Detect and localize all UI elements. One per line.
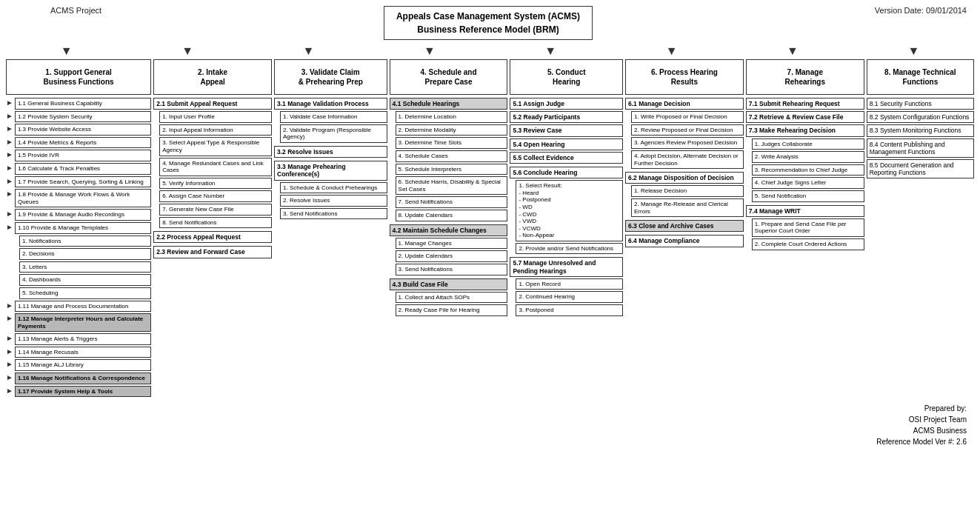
col7-header: 7. ManageRehearings [746, 59, 864, 95]
column-3: 3. Validate Claim& Prehearing Prep 3.1 M… [274, 59, 387, 221]
item-box: 3.1 Manage Validation Process [274, 98, 387, 110]
column-7: 7. ManageRehearings 7.1 Submit Rehearing… [746, 59, 864, 252]
sub-item: 6. Assign Case Number [159, 190, 272, 202]
item-box: 5.7 Manage Unresolved and Pending Hearin… [510, 257, 623, 276]
header-center: Appeals Case Management System (ACMS) Bu… [384, 6, 593, 40]
sub-item: 3. Select Appeal Type & Responsible Agen… [159, 137, 272, 156]
arrow-icon: ► [6, 360, 13, 368]
arrow-col7: ▼ [787, 44, 799, 58]
item-box: 6.1 Manage Decision [625, 98, 744, 110]
list-item: ► 1.3 Provide Website Access [6, 124, 151, 136]
item-box: 7.3 Make Rehearing Decision [746, 124, 864, 136]
item-box: 1.7 Provide Search, Querying, Sorting & … [15, 176, 151, 188]
sub-item: 7. Generate New Case File [159, 204, 272, 216]
sub-item: 1. Collect and Attach SOPs [396, 292, 508, 304]
sub-item: 2. Write Analysis [752, 151, 864, 163]
sub-item: 2. Manage Re-Release and Clerical Errors [631, 198, 744, 217]
list-item: ► 1.15 Manage ALJ Library [6, 359, 151, 371]
arrow-icon: ► [6, 177, 13, 185]
item-box: 8.4 Content Publishing and Management Fu… [867, 138, 974, 158]
arrow-icon: ► [6, 347, 13, 355]
arrow-icon: ► [6, 223, 13, 231]
sub-item: 3. Send Notifications [396, 264, 508, 275]
footer-line3: ACMS Business [913, 427, 967, 435]
list-item: ► 1.2 Provide System Security [6, 111, 151, 123]
arrow-icon: ► [6, 334, 13, 342]
sub-item: 1. Validate Case Information [280, 111, 387, 123]
footer-line4: Reference Model Ver #: 2.6 [876, 438, 967, 446]
sub-item: 5. Verify Information [159, 178, 272, 190]
list-item: ► 1.11 Manage and Process Documentation [6, 301, 151, 313]
main-columns: 1. Support GeneralBusiness Functions ► 1… [6, 59, 974, 398]
sub-item: 2. Determine Modality [396, 124, 508, 136]
arrow-icon: ► [6, 314, 13, 322]
list-item: ► 1.13 Manage Alerts & Triggers [6, 333, 151, 345]
col6-header: 6. Process HearingResults [625, 59, 744, 95]
arrow-icon: ► [6, 150, 13, 158]
sub-item: 2. Continued Hearing [516, 291, 623, 303]
item-box: 8.3 System Monitoring Functions [867, 124, 974, 136]
col1-header: 1. Support GeneralBusiness Functions [6, 59, 151, 95]
item-box: 8.5 Document Generation and Reporting Fu… [867, 159, 974, 178]
sub-item: 7. Send Notifications [396, 196, 508, 208]
sub-item: 1. Schedule & Conduct Prehearings [280, 182, 387, 194]
list-item: ► 1.10 Provide & Manage Templates [6, 222, 151, 234]
sub-items-group: 1. Notifications 2. Decisions 3. Letters… [19, 236, 151, 299]
footer-text: Prepared by: OSI Project Team ACMS Busin… [876, 403, 967, 447]
list-item: ► 1.8 Provide & Manage Work Flows & Work… [6, 189, 151, 207]
sub-item: 1. Notifications [19, 236, 151, 247]
header: ACMS Project Appeals Case Management Sys… [6, 6, 974, 40]
item-box: 1.9 Provide & Manage Audio Recordings [15, 209, 151, 221]
sub-item: 8. Send Notifications [159, 217, 272, 229]
sub-item: 1. Manage Changes [396, 238, 508, 250]
item-box-dark: 1.12 Manage Interpreter Hours and Calcul… [15, 313, 151, 332]
list-item: ► 1.1 General Business Capability [6, 98, 151, 110]
column-6: 6. Process HearingResults 6.1 Manage Dec… [625, 59, 744, 249]
col8-header: 8. Manage TechnicalFunctions [867, 59, 974, 95]
arrow-col1: ▼ [61, 44, 73, 58]
list-item: ► 1.5 Provide IVR [6, 150, 151, 161]
sub-item: 2. Resolve Issues [280, 195, 387, 207]
item-box: 1.5 Provide IVR [15, 150, 151, 161]
sub-item: 4. Dashboards [19, 274, 151, 286]
sub-item: 4. Chief Judge Signs Letter [752, 177, 864, 189]
arrow-icon: ► [6, 373, 13, 381]
item-box: 5.1 Assign Judge [510, 98, 623, 110]
item-box: 1.2 Provide System Security [15, 111, 151, 123]
header-title-line1: Appeals Case Management System (ACMS) [396, 10, 580, 23]
sub-item: 2. Decisions [19, 248, 151, 260]
sub-item: 1. Write Proposed or Final Decision [631, 111, 744, 123]
list-item: ► 1.6 Calculate & Track Penalties [6, 163, 151, 175]
item-box: 1.6 Calculate & Track Penalties [15, 163, 151, 175]
item-box: 3.3 Manage Prehearing Conference(s) [274, 161, 387, 180]
sub-item: 5. Schedule Interpreters [396, 164, 508, 176]
footer: Prepared by: OSI Project Team ACMS Busin… [6, 403, 974, 447]
sub-item: 1. Determine Location [396, 111, 508, 123]
arrow-col5: ▼ [544, 44, 556, 58]
arrow-icon: ► [6, 112, 13, 120]
sub-item: 1. Open Record [516, 278, 623, 290]
item-box-dark: 4.1 Schedule Hearings [390, 98, 508, 110]
item-box-dark: 6.3 Close and Archive Cases [625, 220, 744, 232]
column-2: 2. IntakeAppeal 2.1 Submit Appeal Reques… [153, 59, 272, 260]
col5-header: 5. ConductHearing [510, 59, 623, 95]
col3-header: 3. Validate Claim& Prehearing Prep [274, 59, 387, 95]
sub-item: 2. Update Calendars [396, 250, 508, 262]
item-box: 1.14 Manage Recusals [15, 347, 151, 358]
sub-item: 3. Determine Time Slots [396, 137, 508, 149]
item-box: 7.4 Manage WRIT [746, 205, 864, 217]
sub-item: 3. Recommendation to Chief Judge [752, 164, 864, 176]
sub-item: 1. Prepare and Send Case File per Superi… [752, 218, 864, 237]
sub-item: 3. Agencies Review Proposed Decision [631, 137, 744, 149]
sub-item: 8. Update Calendars [396, 210, 508, 221]
sub-item: 3. Letters [19, 261, 151, 273]
item-box: 7.2 Retrieve & Review Case File [746, 111, 864, 123]
list-item: ► 1.17 Provide System Help & Tools [6, 386, 151, 398]
item-box: 2.3 Review and Forward Case [153, 246, 272, 258]
item-box: 1.10 Provide & Manage Templates [15, 222, 151, 234]
arrow-col4: ▼ [424, 44, 436, 58]
item-box-dark: 4.2 Maintain Schedule Changes [390, 224, 508, 236]
item-box: 1.13 Manage Alerts & Triggers [15, 333, 151, 345]
arrow-icon: ► [6, 387, 13, 395]
item-box: 1.8 Provide & Manage Work Flows & Work Q… [15, 189, 151, 207]
